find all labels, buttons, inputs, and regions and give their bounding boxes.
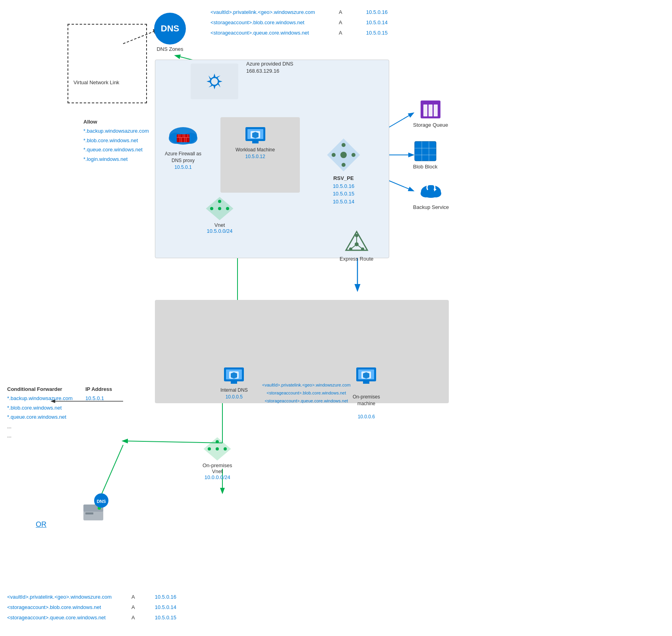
bot-record-2-type: A: [131, 602, 135, 613]
svg-point-45: [226, 207, 229, 210]
allow-section: Allow *.backup.windowsazure.com *.blob.c…: [83, 117, 149, 164]
internal-dns-icon: [222, 365, 246, 385]
bot-record-3-ip: 10.5.0.15: [155, 613, 176, 623]
workload-icon: [243, 125, 267, 145]
dns-circle-text: DNS: [161, 23, 179, 34]
allow-item-3: *.login.windows.net: [83, 155, 149, 164]
workload-label: Workload Machine 10.5.0.12: [236, 147, 275, 160]
cf-item-0: *.backup.windowsazure.com: [7, 394, 73, 403]
vnet-label: Vnet 10.5.0.0/24: [206, 222, 234, 234]
svg-point-37: [340, 152, 347, 158]
internal-dns-area: Internal DNS 10.0.0.5: [220, 365, 248, 400]
rsv-pe-ip-0: 10.5.0.16: [326, 182, 361, 190]
allow-item-1: *.blob.core.windows.net: [83, 136, 149, 145]
rsv-pe-ip-2: 10.5.0.14: [326, 198, 361, 206]
top-record-3-ip: 10.5.0.15: [366, 28, 388, 38]
firewall-label: Azure Firewall as DNS proxy 10.5.0.1: [165, 151, 201, 170]
top-record-2-type: A: [339, 17, 342, 28]
top-record-2-ip: 10.5.0.14: [366, 17, 388, 28]
top-record-2-name: <storageaccount>.blob.core.windows.net: [210, 17, 315, 28]
top-record-1-type: A: [339, 7, 342, 17]
svg-rect-50: [434, 104, 438, 116]
backup-service-area: Backup Service: [413, 179, 449, 210]
svg-rect-34: [252, 141, 259, 143]
conditional-forwarder-section: Conditional Forwarder *.backup.windowsaz…: [7, 385, 73, 440]
svg-point-46: [218, 200, 221, 203]
top-record-1-ip: 10.5.0.16: [366, 7, 388, 17]
dns-circle: DNS: [154, 13, 186, 44]
middle-dns-records: <vaultId>.privatelink.<geo>.windowszure.…: [262, 381, 351, 405]
top-record-3-name: <storageaccount>.queue.core.windows.net: [210, 28, 315, 38]
diagram-container: <vaultId>.privatelink.<geo>.windowszure.…: [0, 0, 672, 636]
on-premises-machine-label: On-premises machine 10.0.0.6: [353, 387, 380, 427]
dns-label: DNS Zones: [154, 46, 186, 52]
cf-item-1: *.blob.core.windows.net: [7, 403, 73, 412]
rsv-pe-label: RSV_PE 10.5.0.16 10.5.0.15 10.5.0.14: [326, 174, 361, 205]
svg-point-40: [342, 143, 346, 147]
rsv-pe-ip-1: 10.5.0.15: [326, 190, 361, 198]
svg-line-65: [351, 244, 357, 249]
firewall-area: Azure Firewall as DNS proxy 10.5.0.1: [165, 123, 201, 170]
top-record-3-type: A: [339, 28, 342, 38]
svg-point-78: [216, 447, 219, 450]
azure-dns-box: [191, 64, 238, 99]
on-premises-machine-area: On-premises machine 10.0.0.6: [353, 365, 380, 427]
allow-title: Allow: [83, 117, 149, 126]
internal-dns-label: Internal DNS 10.0.0.5: [220, 387, 248, 400]
cf-item-4: ...: [7, 431, 73, 440]
allow-item-2: *.queue.core.windows.net: [83, 145, 149, 154]
conditional-forwarder-title: Conditional Forwarder: [7, 385, 73, 394]
ip-address-title: IP Address: [85, 385, 112, 394]
top-dns-records: <vaultId>.privatelink.<geo>.windowszure.…: [210, 7, 388, 38]
svg-point-58: [421, 189, 431, 197]
bot-record-2-ip: 10.5.0.14: [155, 602, 176, 613]
svg-point-80: [224, 447, 227, 450]
svg-point-81: [216, 440, 219, 443]
bottom-dns-records: <vaultId>.privatelink.<geo>.windowszure.…: [7, 592, 176, 623]
mid-record-3: <storageaccount>.queue.core.windows.net: [262, 397, 351, 405]
svg-point-19: [210, 77, 218, 85]
svg-text:DNS: DNS: [97, 499, 106, 504]
top-record-1-name: <vaultId>.privatelink.<geo>.windowszure.…: [210, 7, 315, 17]
rsv-pe-icon: [326, 137, 361, 173]
bot-record-1-type: A: [131, 592, 135, 602]
svg-rect-48: [423, 104, 427, 116]
on-premises-dns-area: DNS: [77, 493, 109, 526]
blob-block-icon: [413, 140, 437, 162]
backup-service-label: Backup Service: [413, 204, 449, 210]
workload-area: Workload Machine 10.5.0.12: [236, 125, 275, 160]
gear-icon: [205, 72, 224, 91]
cf-item-2: *.queue.core.windows.net: [7, 412, 73, 421]
blob-block-area: Blob Block: [413, 140, 437, 170]
on-premises-vnet-label: On-premises Vnet 10.0.0.0/24: [203, 462, 232, 480]
svg-point-39: [351, 153, 355, 157]
express-route-label: Express Route: [340, 256, 373, 262]
virtual-network-link-box: [68, 24, 147, 103]
or-label: OR: [36, 520, 46, 529]
allow-item-0: *.backup.windowsazure.com: [83, 126, 149, 135]
express-route-icon: [343, 228, 371, 254]
express-route-area: Express Route: [340, 228, 373, 262]
on-premises-vnet-area: On-premises Vnet 10.0.0.0/24: [203, 437, 232, 480]
vnet-icon: [206, 197, 234, 220]
vnet-area: Vnet 10.5.0.0/24: [206, 197, 234, 234]
bot-record-1-name: <vaultId>.privatelink.<geo>.windowszure.…: [7, 592, 112, 602]
svg-rect-71: [231, 381, 237, 384]
svg-point-68: [355, 234, 358, 237]
on-premises-machine-icon: [354, 365, 378, 385]
svg-line-66: [357, 244, 363, 249]
svg-point-41: [342, 163, 346, 167]
azure-dns-label: Azure provided DNS 168.63.129.16: [246, 60, 294, 75]
on-premises-vnet-icon: [203, 437, 231, 461]
ip-address-section: IP Address 10.5.0.1: [85, 385, 112, 403]
bot-record-3-type: A: [131, 613, 135, 623]
svg-point-79: [208, 447, 211, 450]
svg-rect-75: [363, 381, 369, 384]
svg-rect-51: [415, 141, 436, 161]
storage-queue-icon: [419, 99, 442, 120]
svg-rect-49: [429, 104, 433, 116]
svg-point-59: [431, 189, 441, 197]
svg-rect-85: [85, 512, 93, 514]
ip-address-value: 10.5.0.1: [85, 394, 112, 403]
storage-queue-label: Storage Queue: [413, 122, 448, 128]
